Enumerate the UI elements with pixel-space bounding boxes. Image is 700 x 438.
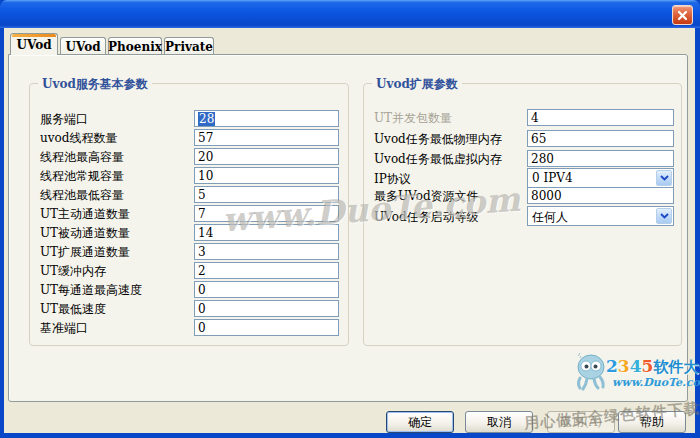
form-row: 线程池最高容量 20 bbox=[30, 148, 348, 165]
tab-label: Private bbox=[165, 40, 213, 54]
form-row: UT最低速度 0 bbox=[30, 300, 348, 317]
tab-label: Phoenix bbox=[108, 40, 162, 54]
field-label: 线程池最低容量 bbox=[40, 187, 124, 204]
field-label: UT每通道最高速度 bbox=[40, 282, 142, 299]
form-row: UT主动通道数量 7 bbox=[30, 205, 348, 222]
form-row: UVod任务启动等级 任何人 bbox=[364, 206, 681, 226]
form-row: Uvod任务最低物理内存 65 bbox=[364, 130, 681, 147]
ut-buffer-memory-input[interactable]: 2 bbox=[194, 262, 339, 279]
form-row: 线程池常规容量 10 bbox=[30, 167, 348, 184]
field-label: 线程池最高容量 bbox=[40, 149, 124, 166]
form-row: 最多UVod资源文件 8000 bbox=[364, 187, 681, 204]
service-port-input[interactable]: 28 bbox=[194, 110, 339, 127]
field-label: UT主动通道数量 bbox=[40, 206, 130, 223]
apply-button[interactable]: 应用(A) bbox=[547, 411, 615, 433]
field-label: 线程池常规容量 bbox=[40, 168, 124, 185]
ut-min-speed-input[interactable]: 0 bbox=[194, 300, 339, 317]
selected-option: 0 IPV4 bbox=[532, 171, 573, 185]
tab-uvod-2[interactable]: UVod bbox=[60, 37, 106, 55]
ut-extended-channels-input[interactable]: 3 bbox=[194, 243, 339, 260]
button-label: 帮助 bbox=[640, 414, 664, 431]
form-row: UT被动通道数量 14 bbox=[30, 224, 348, 241]
chevron-down-icon bbox=[660, 213, 669, 219]
close-icon bbox=[677, 10, 688, 21]
tab-label: UVod bbox=[65, 40, 100, 54]
tab-page: Uvod服务基本参数 服务端口 28 uvod线程数量 57 线程池最高容量 2… bbox=[8, 54, 688, 402]
field-label: UT被动通道数量 bbox=[40, 225, 130, 242]
uvod-thread-count-input[interactable]: 57 bbox=[194, 129, 339, 146]
extended-params-group-title: Uvod扩展参数 bbox=[372, 76, 462, 93]
form-row: 基准端口 0 bbox=[30, 319, 348, 336]
field-label: UVod任务启动等级 bbox=[374, 209, 479, 226]
button-label: 确定 bbox=[408, 414, 432, 431]
tab-uvod-1[interactable]: UVod bbox=[10, 33, 58, 55]
cancel-button[interactable]: 取消 bbox=[465, 411, 533, 433]
basic-params-group: Uvod服务基本参数 服务端口 28 uvod线程数量 57 线程池最高容量 2… bbox=[29, 83, 349, 346]
ut-concurrent-packets-input[interactable]: 4 bbox=[527, 109, 674, 126]
field-label: uvod线程数量 bbox=[40, 130, 117, 147]
ip-protocol-select[interactable]: 0 IPV4 bbox=[527, 168, 674, 188]
form-row: IP协议 0 IPV4 bbox=[364, 168, 681, 188]
form-row: UT缓冲内存 2 bbox=[30, 262, 348, 279]
button-label: 应用(A) bbox=[560, 414, 602, 431]
dialog-window: UVod UVod Phoenix Private Uvod服务基本参数 服务端… bbox=[0, 0, 700, 438]
field-label: UT扩展通道数量 bbox=[40, 244, 130, 261]
tab-label: UVod bbox=[16, 38, 51, 52]
dropdown-button[interactable] bbox=[656, 208, 672, 224]
selected-text: 28 bbox=[198, 112, 215, 126]
dropdown-button[interactable] bbox=[656, 170, 672, 186]
field-label: Uvod任务最低虚拟内存 bbox=[374, 151, 502, 168]
form-row: UT每通道最高速度 0 bbox=[30, 281, 348, 298]
field-label: UT并发包数量 bbox=[374, 110, 452, 127]
ut-active-channels-input[interactable]: 7 bbox=[194, 205, 339, 222]
title-bar bbox=[0, 0, 700, 28]
field-label: 基准端口 bbox=[40, 320, 88, 337]
field-label: UT缓冲内存 bbox=[40, 263, 106, 280]
form-row: Uvod任务最低虚拟内存 280 bbox=[364, 150, 681, 167]
extended-params-group: Uvod扩展参数 UT并发包数量 4 Uvod任务最低物理内存 65 Uvod任… bbox=[363, 83, 682, 346]
min-physical-memory-input[interactable]: 65 bbox=[527, 130, 674, 147]
ok-button[interactable]: 确定 bbox=[386, 411, 454, 433]
form-row: 线程池最低容量 5 bbox=[30, 186, 348, 203]
threadpool-min-capacity-input[interactable]: 5 bbox=[194, 186, 339, 203]
close-button[interactable] bbox=[672, 5, 693, 25]
dialog-client-area: UVod UVod Phoenix Private Uvod服务基本参数 服务端… bbox=[4, 28, 695, 433]
field-label: UT最低速度 bbox=[40, 301, 106, 318]
ut-max-speed-per-channel-input[interactable]: 0 bbox=[194, 281, 339, 298]
ut-passive-channels-input[interactable]: 14 bbox=[194, 224, 339, 241]
field-label: IP协议 bbox=[374, 171, 411, 188]
tab-phoenix[interactable]: Phoenix bbox=[108, 37, 162, 55]
threadpool-normal-capacity-input[interactable]: 10 bbox=[194, 167, 339, 184]
button-label: 取消 bbox=[487, 414, 511, 431]
task-start-level-select[interactable]: 任何人 bbox=[527, 206, 674, 226]
selected-option: 任何人 bbox=[532, 209, 568, 226]
form-row: 服务端口 28 bbox=[30, 110, 348, 127]
field-label: Uvod任务最低物理内存 bbox=[374, 131, 502, 148]
threadpool-max-capacity-input[interactable]: 20 bbox=[194, 148, 339, 165]
min-virtual-memory-input[interactable]: 280 bbox=[527, 150, 674, 167]
field-label: 服务端口 bbox=[40, 111, 88, 128]
base-port-input[interactable]: 0 bbox=[194, 319, 339, 336]
form-row: UT并发包数量 4 bbox=[364, 109, 681, 126]
basic-params-group-title: Uvod服务基本参数 bbox=[38, 76, 152, 93]
chevron-down-icon bbox=[660, 175, 669, 181]
tab-private[interactable]: Private bbox=[164, 37, 214, 55]
form-row: UT扩展通道数量 3 bbox=[30, 243, 348, 260]
field-label: 最多UVod资源文件 bbox=[374, 188, 479, 205]
help-button[interactable]: 帮助 bbox=[618, 411, 686, 433]
max-resource-files-input[interactable]: 8000 bbox=[527, 187, 674, 204]
form-row: uvod线程数量 57 bbox=[30, 129, 348, 146]
